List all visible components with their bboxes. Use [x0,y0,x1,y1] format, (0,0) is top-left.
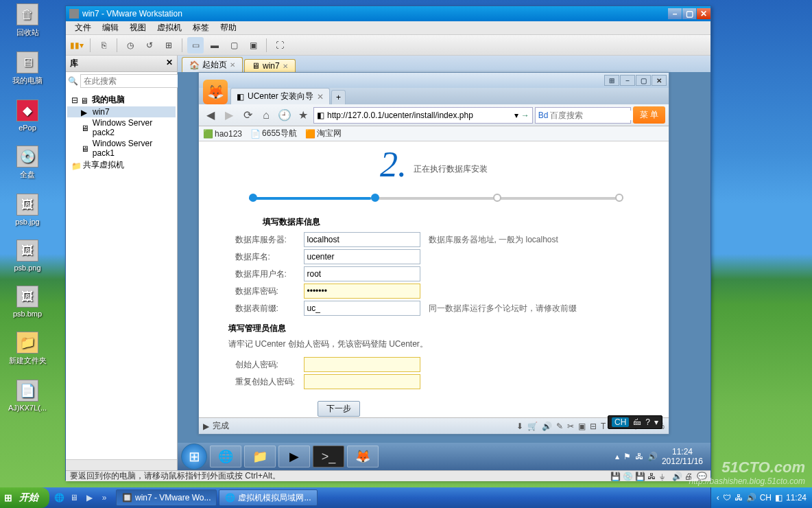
xp-clock[interactable]: 11:24 [786,493,807,503]
st-translate-icon[interactable]: ⊟ [590,422,597,431]
st-cut-icon[interactable]: ✂ [567,422,574,431]
browser-max-button[interactable]: ▢ [636,75,651,86]
browser-close-button[interactable]: ✕ [652,75,667,86]
taskbar-firefox[interactable]: 🦊 [347,446,379,467]
vmware-max-button[interactable]: ▢ [682,8,696,19]
xp-tray-net-icon[interactable]: 🖧 [735,493,743,503]
browser-newtab-button[interactable]: + [331,90,346,104]
admin-pw2-input[interactable] [304,374,420,389]
dev-floppy-icon[interactable]: 💾 [635,472,645,481]
dev-cd-icon[interactable]: 💿 [623,472,632,481]
next-button[interactable]: 下一步 [318,401,360,417]
db-prefix-input[interactable] [304,301,420,316]
nav-back-button[interactable]: ◀ [202,107,219,124]
tree-root-mycomputer[interactable]: ⊟🖥我的电脑 [67,93,176,106]
taskbar-explorer[interactable]: 📁 [244,446,276,467]
vm-tab-home[interactable]: 🏠起始页✕ [182,57,243,72]
url-input[interactable] [327,111,512,120]
close-icon[interactable]: ✕ [230,61,235,69]
view-fullscreen-button[interactable]: ▣ [245,37,261,54]
nav-reload-button[interactable]: ⟳ [239,107,256,124]
desktop-icon-mycomputer[interactable]: 🖥我的电脑 [3,51,51,86]
menu-help[interactable]: 帮助 [215,21,242,35]
ime-bar[interactable]: CH 🖮 ? ▾ [608,415,662,429]
nav-history-button[interactable]: 🕘 [276,107,293,124]
menu-file[interactable]: 文件 [69,21,97,35]
browser-tab-ucenter[interactable]: ◧UCenter 安装向导✕ [230,88,330,104]
db-server-input[interactable] [304,232,420,247]
browser-min-button[interactable]: – [620,75,635,86]
xp-tray-lang-icon[interactable]: CH [760,493,772,503]
desktop-icon-psbpng[interactable]: 🖼psb.png [3,240,51,272]
desktop-icon-file[interactable]: 📄AJ)KX7L(... [3,380,51,412]
ime-help-icon[interactable]: ? [645,417,650,427]
vm-screen[interactable]: ⊞ – ▢ ✕ 🦊 ◧UCenter 安装向导✕ + ◀ ▶ ⟳ ⌂ [178,72,710,470]
xp-tray-app-icon[interactable]: ◧ [775,493,783,503]
dev-usb-icon[interactable]: ⏚ [660,472,669,481]
snapshot-revert-button[interactable]: ↺ [141,37,158,54]
bookmark-6655[interactable]: 📄6655导航 [250,128,297,139]
go-button[interactable]: → [521,111,529,120]
sidebar-scrollbar[interactable] [66,459,177,470]
xp-tray-shield-icon[interactable]: 🛡 [723,493,731,503]
xp-task-ie[interactable]: 🌐虚拟机模拟局域网... [219,489,317,506]
browser-menu-button[interactable]: 菜 单 [633,106,665,124]
desktop-icon-epop[interactable]: ◆ePop [3,100,51,132]
vmware-min-button[interactable]: – [668,8,682,19]
taskbar-wmp[interactable]: ▶ [278,446,310,467]
xp-tray-expand-icon[interactable]: ‹ [717,493,719,503]
nav-star-button[interactable]: ★ [295,107,311,124]
st-download-icon[interactable]: ⬇ [516,422,523,431]
st-edit-icon[interactable]: ✎ [556,422,563,431]
ql-wmp-icon[interactable]: ▶ [82,491,96,505]
vmware-close-button[interactable]: ✕ [697,8,710,19]
desktop-icon-psbjpg[interactable]: 🖼psb.jpg [3,194,51,226]
snapshot-take-button[interactable]: ◷ [122,37,139,54]
view-console-button[interactable]: ▭ [187,37,204,54]
tray-sound-icon[interactable]: 🔊 [647,452,658,461]
close-icon[interactable]: ✕ [283,62,288,70]
snapshot-manage-button[interactable]: ⊞ [160,37,177,54]
xp-tray-sound-icon[interactable]: 🔊 [746,493,756,503]
baidu-icon[interactable]: Bd [538,111,549,120]
admin-pw-input[interactable] [304,357,420,372]
nav-forward-button[interactable]: ▶ [221,107,237,124]
browser-appmenu-button[interactable]: ⊞ [604,75,619,86]
tree-item-ws1[interactable]: 🖥Windows Server pack1 [67,138,176,159]
browser-logo-icon[interactable]: 🦊 [203,80,228,104]
st-popup-icon[interactable]: ▣ [578,422,586,431]
ql-ie-icon[interactable]: 🌐 [52,491,66,505]
dropdown-icon[interactable]: ▾ [514,111,518,120]
ime-lang[interactable]: CH [612,417,629,427]
nav-home-button[interactable]: ⌂ [258,107,274,124]
desktop-icon-disk[interactable]: 💿全盘 [3,146,51,180]
db-pw-input[interactable] [304,284,420,299]
win7-start-button[interactable]: ⊞ [181,443,207,470]
bookmark-taobao[interactable]: 🟧淘宝网 [305,128,342,139]
view-thumbnail-button[interactable]: ▢ [226,37,242,54]
tray-flag-icon[interactable]: ⚑ [623,452,631,461]
snapshot-button[interactable]: ⎘ [95,37,112,54]
power-dropdown-button[interactable]: ▮▮▾ [69,37,85,54]
ql-more-icon[interactable]: » [97,491,111,505]
db-name-input[interactable] [304,249,420,264]
bookmark-hao123[interactable]: 🟩hao123 [203,129,242,139]
dev-net-icon[interactable]: 🖧 [647,472,657,481]
browser-titlebar[interactable]: ⊞ – ▢ ✕ [199,73,669,88]
vm-tab-win7[interactable]: 🖥win7✕ [244,59,296,72]
desktop-icon-psbbmp[interactable]: 🖼psb.bmp [3,286,51,318]
desktop-icon-newfolder[interactable]: 📁新建文件夹 [3,332,51,366]
dev-hdd-icon[interactable]: 💾 [610,472,620,481]
tree-item-win7[interactable]: ▶win7 [67,106,176,117]
menu-tabs[interactable]: 标签 [187,21,215,35]
menu-vm[interactable]: 虚拟机 [152,21,187,35]
view-unity-button[interactable]: ▬ [206,37,223,54]
taskbar-ie[interactable]: 🌐 [210,446,241,467]
enter-fullscreen-button[interactable]: ⛶ [272,37,288,54]
st-text-icon[interactable]: T [601,422,606,431]
sidebar-close-icon[interactable]: ✕ [166,58,173,69]
menu-edit[interactable]: 编辑 [97,21,124,35]
tree-item-ws2[interactable]: 🖥Windows Server pack2 [67,117,176,138]
dev-sound-icon[interactable]: 🔊 [672,472,682,481]
ime-dd-icon[interactable]: ▾ [654,417,658,427]
